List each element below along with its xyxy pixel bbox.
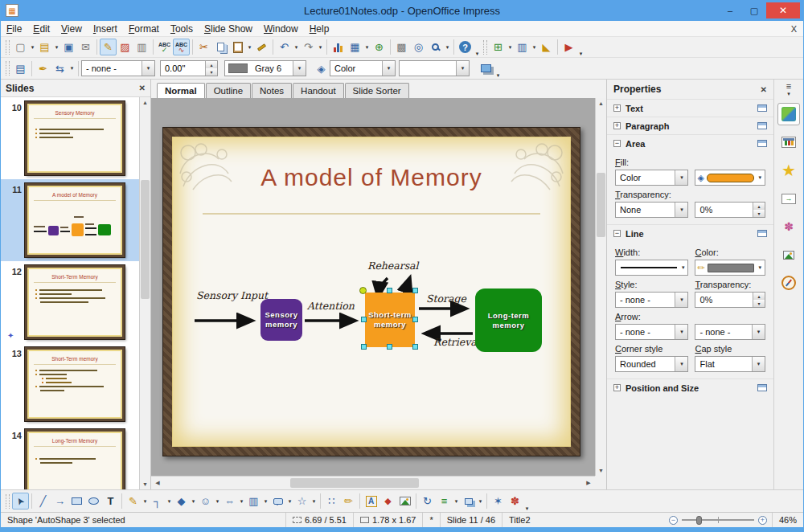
- chevron-down-icon[interactable]: ▾: [752, 325, 765, 339]
- callouts-dropdown-arrow[interactable]: ▾: [286, 498, 293, 505]
- block-arrows-dropdown-arrow[interactable]: ▾: [238, 498, 245, 505]
- email-button[interactable]: ✉: [77, 39, 94, 55]
- undo-dropdown-arrow[interactable]: ▾: [293, 44, 300, 51]
- section-position-size[interactable]: + Position and Size: [607, 379, 773, 396]
- expand-icon[interactable]: +: [613, 104, 621, 112]
- basic-shapes-button[interactable]: ◆: [173, 493, 190, 509]
- selection-handle[interactable]: [361, 344, 367, 350]
- spellcheck-button[interactable]: ABC✓: [156, 39, 173, 55]
- fontwork-button[interactable]: A: [363, 493, 379, 509]
- animation-effects-button[interactable]: ✶: [490, 493, 507, 509]
- slide-layout-dropdown-arrow[interactable]: ▾: [531, 44, 538, 51]
- tab-notes[interactable]: Notes: [252, 83, 292, 98]
- zoom-percentage[interactable]: 46%: [772, 513, 803, 527]
- menu-window[interactable]: Window: [258, 22, 304, 36]
- line-transparency-stepper[interactable]: 0%▴▾: [695, 292, 765, 308]
- label-attention[interactable]: Attention: [307, 300, 355, 312]
- toolbar-grip[interactable]: [6, 40, 10, 55]
- horizontal-scrollbar[interactable]: ◀ ▶: [151, 476, 595, 489]
- edit-mode-button[interactable]: ✎: [100, 39, 117, 55]
- toolbar-overflow-arrow[interactable]: ▾: [523, 505, 531, 512]
- scroll-down-icon[interactable]: ▼: [140, 479, 150, 489]
- fill-color-select[interactable]: ▾: [399, 60, 470, 76]
- undo-button[interactable]: ↶: [276, 39, 293, 55]
- slide-layout-button[interactable]: ▥: [514, 39, 531, 55]
- zoom-slider[interactable]: [682, 519, 754, 521]
- shadow-button[interactable]: [478, 60, 494, 77]
- new-slide-button[interactable]: ⊞: [490, 39, 507, 55]
- toolbar-grip[interactable]: [6, 494, 10, 509]
- print-button[interactable]: ▥: [133, 39, 150, 55]
- display-grid-button[interactable]: ▩: [393, 39, 410, 55]
- stars-button[interactable]: ☆: [293, 493, 310, 509]
- transparency-type-select[interactable]: None▾: [615, 202, 688, 218]
- line-color-button[interactable]: ✏▾: [695, 260, 765, 276]
- hyperlink-button[interactable]: ⊕: [371, 39, 388, 55]
- toolbar-overflow-arrow[interactable]: ▾: [494, 72, 502, 79]
- glue-points-button[interactable]: ✏: [340, 493, 357, 509]
- scrollbar-thumb[interactable]: [597, 173, 605, 237]
- alignment-button[interactable]: ≡: [436, 493, 453, 509]
- fill-type-select[interactable]: Color▾: [615, 170, 688, 186]
- panel-dock-icon[interactable]: [757, 122, 767, 129]
- arrange-dropdown-arrow[interactable]: ▾: [477, 498, 484, 505]
- section-line[interactable]: − Line: [607, 224, 773, 242]
- collapse-icon[interactable]: −: [613, 140, 621, 147]
- toolbar-overflow-arrow[interactable]: ▾: [474, 51, 481, 57]
- chevron-down-icon[interactable]: ▾: [675, 325, 687, 339]
- selection-handle[interactable]: [387, 344, 392, 350]
- properties-tab[interactable]: [777, 103, 800, 125]
- callouts-button[interactable]: [269, 493, 286, 509]
- chevron-down-icon[interactable]: ▾: [675, 203, 687, 217]
- menu-help[interactable]: Help: [304, 22, 335, 36]
- slide-paper[interactable]: A model of Memory: [172, 137, 571, 447]
- label-retrieval[interactable]: Retrieval: [433, 336, 480, 348]
- panel-dock-icon[interactable]: [757, 140, 767, 147]
- minimize-button[interactable]: –: [718, 2, 742, 18]
- arrow-endings-dropdown-arrow[interactable]: ▾: [68, 65, 76, 72]
- expand-icon[interactable]: +: [613, 384, 621, 391]
- sidebar-menu-button[interactable]: ≡▾: [777, 83, 800, 97]
- line-color-select[interactable]: Gray 6▾: [224, 60, 306, 76]
- arrow-tool-button[interactable]: →: [51, 493, 68, 509]
- zoom-dropdown-arrow[interactable]: ▾: [444, 44, 451, 51]
- connector-tool-button[interactable]: ┐: [149, 493, 166, 509]
- rotate-button[interactable]: ↻: [419, 493, 436, 509]
- toolbar-overflow-arrow[interactable]: ▾: [577, 51, 585, 57]
- menu-file[interactable]: File: [1, 22, 27, 36]
- chevron-down-icon[interactable]: ▾: [675, 293, 687, 307]
- tab-slide-sorter[interactable]: Slide Sorter: [345, 83, 409, 98]
- collapse-icon[interactable]: −: [613, 230, 621, 237]
- slide-thumbnail-14[interactable]: 14 Long-Term Memory: [1, 425, 139, 489]
- selection-handle[interactable]: [361, 317, 367, 322]
- new-document-button[interactable]: ▢: [12, 39, 29, 55]
- edit-points-button[interactable]: ∷: [323, 493, 340, 509]
- scroll-right-icon[interactable]: ▶: [582, 480, 595, 486]
- paste-dropdown-arrow[interactable]: ▾: [246, 44, 253, 51]
- section-paragraph[interactable]: + Paragraph: [607, 117, 773, 134]
- open-dropdown-arrow[interactable]: ▾: [53, 44, 60, 51]
- vertical-scrollbar[interactable]: ▲ ▼: [595, 98, 606, 476]
- area-dialog-button[interactable]: ◈: [313, 60, 330, 77]
- chevron-down-icon[interactable]: ▾: [293, 61, 306, 76]
- chevron-down-icon[interactable]: ▾: [675, 357, 687, 371]
- tab-handout[interactable]: Handout: [293, 83, 343, 98]
- selection-handle[interactable]: [412, 344, 418, 350]
- slide-thumbnail-11[interactable]: 11 A model of Memory: [1, 179, 139, 261]
- panel-dock-icon[interactable]: [757, 384, 767, 391]
- selection-handle[interactable]: [412, 288, 418, 293]
- slide-thumbnail-10[interactable]: 10 Sensory Memory: [1, 97, 139, 179]
- insert-table-button[interactable]: ▦: [347, 39, 363, 55]
- box-short-term-memory[interactable]: Short-termmemory: [365, 293, 415, 347]
- gallery-tab[interactable]: [777, 243, 800, 266]
- interaction-button[interactable]: ✽: [507, 493, 523, 509]
- box-long-term-memory[interactable]: Long-termmemory: [475, 289, 542, 352]
- styles-button[interactable]: ▤: [12, 60, 29, 77]
- redo-button[interactable]: ↷: [300, 39, 317, 55]
- redo-dropdown-arrow[interactable]: ▾: [317, 44, 324, 51]
- symbol-shapes-button[interactable]: ☺: [197, 493, 214, 509]
- selection-handle-rotate[interactable]: [359, 287, 367, 294]
- insert-chart-button[interactable]: [330, 39, 347, 55]
- alignment-dropdown-arrow[interactable]: ▾: [453, 498, 460, 505]
- menu-edit[interactable]: Edit: [27, 22, 55, 36]
